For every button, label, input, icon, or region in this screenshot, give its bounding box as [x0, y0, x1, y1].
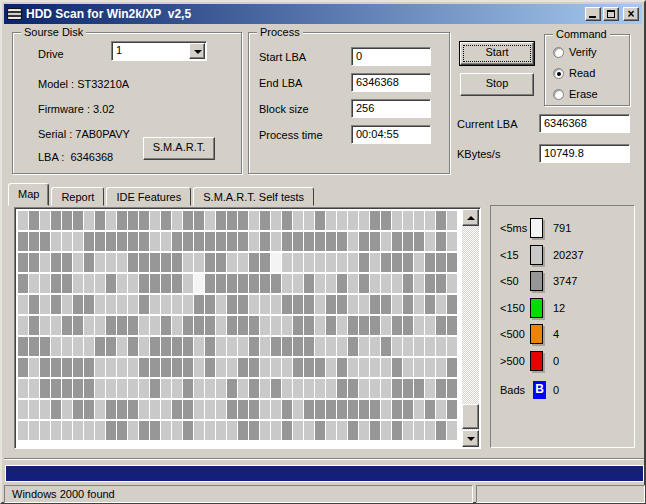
drive-select-dropdown-button[interactable]	[189, 43, 205, 59]
map-block	[227, 358, 237, 377]
map-block	[326, 274, 336, 293]
map-block	[40, 400, 50, 419]
process-field-process-time[interactable]: 00:04:55	[351, 125, 431, 144]
scrollbar-thumb[interactable]	[462, 404, 479, 429]
map-block	[315, 379, 325, 398]
map-block	[392, 421, 402, 440]
map-block	[216, 421, 226, 440]
smart-button[interactable]: S.M.A.R.T.	[143, 137, 215, 160]
map-block	[183, 253, 193, 272]
map-block	[282, 358, 292, 377]
map-block	[161, 379, 171, 398]
firmware-value: Firmware : 3.02	[38, 103, 114, 116]
map-block	[260, 379, 270, 398]
drive-select[interactable]: 1	[111, 41, 207, 61]
map-block	[238, 316, 248, 335]
process-field-end-lba[interactable]: 6346368	[351, 73, 431, 92]
map-block	[150, 211, 160, 230]
map-block	[370, 295, 380, 314]
map-block	[18, 211, 28, 230]
radio-read[interactable]: Read	[553, 66, 595, 80]
map-block	[106, 232, 116, 251]
map-block	[414, 337, 424, 356]
map-block	[326, 358, 336, 377]
source-disk-group: Sourse Disk Drive 1 Model : ST33210A Fir…	[12, 32, 242, 174]
map-block	[414, 232, 424, 251]
map-block	[348, 211, 358, 230]
map-block	[271, 316, 281, 335]
map-block	[117, 274, 127, 293]
tab-ide-features[interactable]: IDE Features	[106, 187, 191, 206]
map-block	[447, 211, 457, 230]
map-block	[370, 211, 380, 230]
current-lba-field[interactable]: 6346368	[539, 114, 630, 133]
map-block	[150, 274, 160, 293]
process-field-block-size[interactable]: 256	[351, 99, 431, 118]
tab-map[interactable]: Map	[8, 183, 49, 206]
maximize-button[interactable]	[603, 7, 619, 21]
map-block	[392, 337, 402, 356]
map-block	[359, 400, 369, 419]
map-block	[161, 400, 171, 419]
map-block	[249, 211, 259, 230]
map-block	[29, 211, 39, 230]
map-scrollbar[interactable]	[462, 209, 479, 447]
map-block	[161, 253, 171, 272]
radio-verify[interactable]: Verify	[553, 45, 597, 59]
legend-range-label: <500	[500, 328, 525, 340]
map-block	[95, 295, 105, 314]
close-button[interactable]: ×	[623, 7, 639, 21]
map-block	[414, 379, 424, 398]
radio-erase[interactable]: Erase	[553, 87, 598, 101]
map-block	[183, 400, 193, 419]
legend-row: <503747	[491, 271, 634, 291]
scrollbar-down-button[interactable]	[462, 430, 479, 447]
map-block	[238, 358, 248, 377]
legend-range-label: >500	[500, 355, 525, 367]
map-block	[216, 337, 226, 356]
map-block	[139, 316, 149, 335]
map-block	[293, 400, 303, 419]
kbytes-field[interactable]: 10749.8	[539, 144, 630, 163]
map-block	[117, 358, 127, 377]
map-block	[73, 253, 83, 272]
stop-button[interactable]: Stop	[460, 73, 534, 96]
map-block	[392, 295, 402, 314]
map-block	[414, 211, 424, 230]
map-block	[183, 316, 193, 335]
map-block	[370, 274, 380, 293]
map-block	[447, 316, 457, 335]
map-block	[271, 358, 281, 377]
map-block	[128, 379, 138, 398]
map-block	[403, 295, 413, 314]
tab-s-m-a-r-t-self-tests[interactable]: S.M.A.R.T. Self tests	[193, 187, 314, 206]
map-block	[216, 274, 226, 293]
minimize-button[interactable]	[585, 7, 601, 21]
map-block	[304, 358, 314, 377]
start-button[interactable]: Start	[460, 42, 534, 65]
map-block	[271, 211, 281, 230]
map-block	[348, 295, 358, 314]
map-block	[161, 232, 171, 251]
map-block	[183, 232, 193, 251]
map-block	[249, 400, 259, 419]
map-block	[216, 316, 226, 335]
legend-range-label: <15	[500, 249, 519, 261]
map-block	[139, 274, 149, 293]
map-block	[172, 253, 182, 272]
map-block	[62, 316, 72, 335]
map-block	[381, 253, 391, 272]
map-block	[293, 253, 303, 272]
scrollbar-up-button[interactable]	[462, 209, 479, 226]
map-block	[337, 400, 347, 419]
tab-report[interactable]: Report	[51, 187, 104, 206]
map-block	[249, 337, 259, 356]
map-block	[282, 232, 292, 251]
process-field-start-lba[interactable]: 0	[351, 47, 431, 66]
legend-bads-row: BadsB0	[491, 381, 634, 399]
map-block	[95, 400, 105, 419]
chevron-down-icon	[194, 50, 202, 54]
bottom-divider	[4, 458, 644, 460]
map-block	[161, 358, 171, 377]
map-block	[403, 316, 413, 335]
